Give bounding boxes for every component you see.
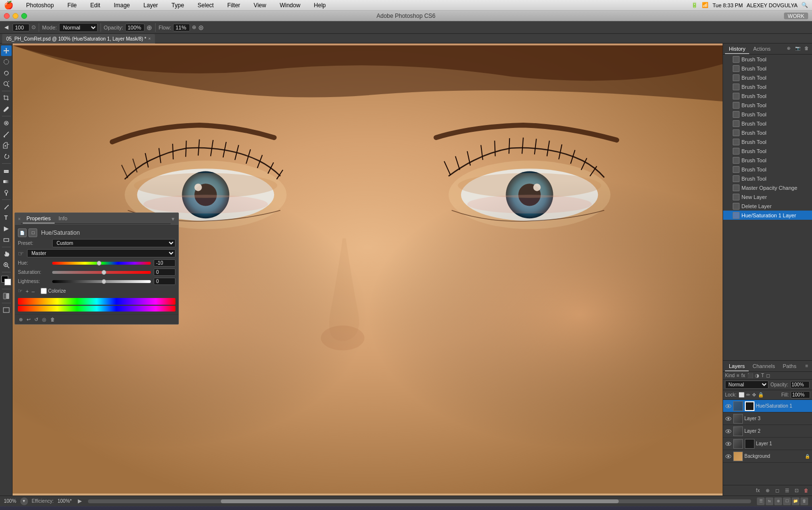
layer-hue-saturation-1[interactable]: Hue/Saturation 1 <box>723 400 812 412</box>
history-item-5[interactable]: Brush Tool <box>723 91 812 100</box>
history-item-16[interactable]: New Layer <box>723 192 812 201</box>
scroll-thumb[interactable] <box>221 499 619 503</box>
tool-dodge[interactable] <box>1 187 12 198</box>
sat-input[interactable] <box>154 269 175 276</box>
filter-fx[interactable]: fx <box>741 373 745 378</box>
tool-lasso[interactable] <box>1 68 12 78</box>
opacity-input[interactable] <box>125 24 145 31</box>
bottom-icon-5[interactable]: 📁 <box>792 497 799 505</box>
filter-adj[interactable]: ◑ <box>755 373 759 378</box>
prop-action-1[interactable]: ⊕ <box>18 316 24 323</box>
preset-select[interactable]: Custom Default <box>52 239 175 247</box>
tool-brush[interactable] <box>1 129 12 140</box>
layers-btn-link[interactable]: fx <box>754 487 762 495</box>
menu-edit[interactable]: Edit <box>87 1 103 10</box>
colorize-checkbox[interactable] <box>41 288 47 294</box>
tool-zoom[interactable] <box>1 260 12 270</box>
bottom-icon-3[interactable]: ⊕ <box>774 497 782 505</box>
tool-rectangle[interactable] <box>1 235 12 245</box>
bottom-icon-2[interactable]: fx <box>766 497 773 505</box>
filter-path[interactable]: ◻ <box>766 373 770 378</box>
menu-file[interactable]: File <box>64 1 79 10</box>
layer-vis-2[interactable] <box>725 415 732 422</box>
layer-3[interactable]: Layer 3 <box>723 412 812 425</box>
kind-icon[interactable]: ≡ <box>737 373 740 378</box>
tool-spot-heal[interactable] <box>1 118 12 128</box>
background-color[interactable] <box>4 279 11 285</box>
bottom-icon-4[interactable]: ☐ <box>783 497 791 505</box>
hand-sampler-icon[interactable]: ☞ <box>18 288 23 294</box>
channel-finger-icon[interactable]: ☞ <box>18 250 24 257</box>
filter-pixel[interactable]: ⬛ <box>747 373 753 378</box>
properties-header[interactable]: × Properties Info ▼ <box>15 213 178 226</box>
layers-btn-group[interactable]: ☰ <box>783 487 791 495</box>
history-item-15[interactable]: Master Opacity Change <box>723 183 812 192</box>
menu-help[interactable]: Help <box>311 1 329 10</box>
brush-size-input[interactable] <box>13 24 29 31</box>
history-item-12[interactable]: Brush Tool <box>723 156 812 165</box>
history-item-17[interactable]: Delete Layer <box>723 201 812 211</box>
layers-btn-delete[interactable]: 🗑 <box>802 487 810 495</box>
tool-screen-mode[interactable] <box>1 305 12 315</box>
menu-window[interactable]: Window <box>277 1 304 10</box>
menu-image[interactable]: Image <box>111 1 132 10</box>
tool-option-btn[interactable]: ◀ <box>2 23 11 31</box>
minimize-button[interactable] <box>13 13 18 19</box>
bottom-icon-1[interactable]: ☰ <box>757 497 765 505</box>
menu-type[interactable]: Type <box>169 1 187 10</box>
menu-filter[interactable]: Filter <box>224 1 243 10</box>
menu-layer[interactable]: Layer <box>141 1 161 10</box>
history-item-2[interactable]: Brush Tool <box>723 64 812 73</box>
airbrush-btn[interactable]: ⊛ <box>198 24 204 31</box>
tool-quick-select[interactable] <box>1 79 12 89</box>
hue-slider[interactable] <box>52 262 151 265</box>
history-item-3[interactable]: Brush Tool <box>723 73 812 82</box>
layer-vis-1[interactable] <box>725 403 732 410</box>
prop-action-5[interactable]: 🗑 <box>49 316 56 323</box>
history-item-6[interactable]: Brush Tool <box>723 100 812 110</box>
channel-select[interactable]: Master Reds Yellows Greens Cyans Blues M… <box>27 249 175 257</box>
pen-pressure-icon[interactable]: ⊕ <box>192 24 196 30</box>
layer-vis-4[interactable] <box>725 440 732 447</box>
tool-crop[interactable] <box>1 93 12 103</box>
history-item-18[interactable]: Hue/Saturation 1 Layer <box>723 211 812 220</box>
flow-input[interactable] <box>173 24 190 31</box>
lock-position[interactable]: ✥ <box>752 392 756 397</box>
light-slider[interactable] <box>52 280 151 283</box>
layer-background[interactable]: Background 🔒 <box>723 450 812 463</box>
play-btn[interactable]: ▶ <box>75 497 84 506</box>
layers-btn-fx[interactable]: ⊕ <box>764 487 771 495</box>
workspace-button[interactable]: WORK <box>784 13 808 19</box>
document-tab[interactable]: 05_PH_ComRet.psd @ 100% (Hue/Saturation … <box>2 34 155 43</box>
filter-type[interactable]: T <box>761 373 764 378</box>
history-item-13[interactable]: Brush Tool <box>723 165 812 174</box>
history-item-11[interactable]: Brush Tool <box>723 146 812 156</box>
tool-path-select[interactable] <box>1 224 12 234</box>
layers-panel-menu[interactable]: ≡ <box>803 362 810 371</box>
menu-select[interactable]: Select <box>195 1 217 10</box>
history-item-9[interactable]: Brush Tool <box>723 128 812 137</box>
color-picker[interactable] <box>1 276 11 285</box>
tab-close-button[interactable]: × <box>148 36 151 41</box>
airbrush-icon[interactable]: ⊕ <box>146 24 152 31</box>
tool-history-brush[interactable] <box>1 151 12 162</box>
horizontal-scrollbar[interactable] <box>88 499 751 503</box>
layers-tab-layers[interactable]: Layers <box>725 362 749 371</box>
prop-action-3[interactable]: ↺ <box>33 316 39 323</box>
prop-action-4[interactable]: ◎ <box>41 316 47 323</box>
fill-value[interactable] <box>791 391 810 398</box>
sample-plus-icon[interactable]: + <box>26 288 29 294</box>
layers-tab-paths[interactable]: Paths <box>779 362 800 371</box>
sample-minus-icon[interactable]: – <box>31 288 34 294</box>
layer-1[interactable]: Layer 1 <box>723 438 812 450</box>
hue-input[interactable] <box>154 259 175 267</box>
layer-2[interactable]: Layer 2 <box>723 425 812 438</box>
maximize-button[interactable] <box>21 13 27 19</box>
prop-icon-mask[interactable]: ☐ <box>29 228 37 237</box>
prop-tab-properties[interactable]: Properties <box>23 214 55 224</box>
tool-clone[interactable] <box>1 140 12 151</box>
tool-quick-mask[interactable] <box>1 291 12 301</box>
lock-all[interactable]: 🔒 <box>758 392 764 397</box>
bottom-icon-6[interactable]: 🗑 <box>800 497 808 505</box>
menu-photoshop[interactable]: Photoshop <box>23 1 57 10</box>
